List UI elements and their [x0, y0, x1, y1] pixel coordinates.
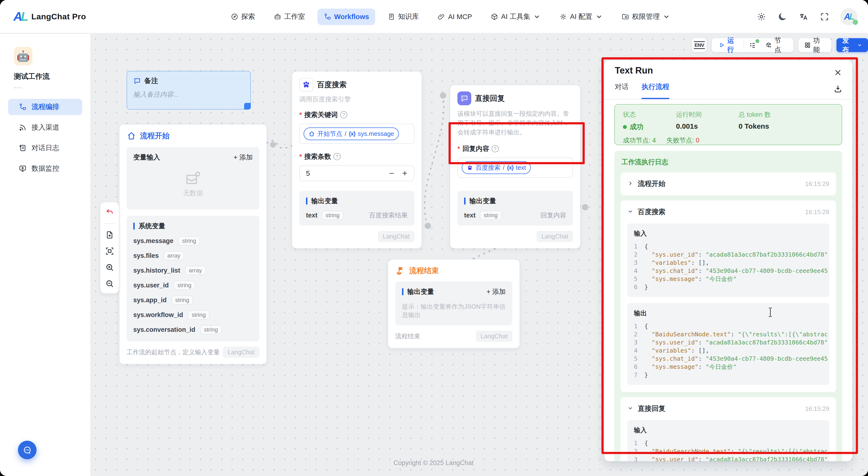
folder-icon: [621, 13, 629, 21]
fit-view-icon[interactable]: [104, 246, 115, 256]
fx-icon: {x}: [507, 164, 514, 171]
chevron-down-icon: [627, 405, 633, 412]
code-line: 6}: [634, 283, 829, 291]
section-bar: [133, 222, 135, 230]
output-section-title: 输出变量: [407, 287, 434, 296]
note-placeholder[interactable]: 输入备注内容...: [133, 90, 244, 99]
avatar-logo-icon: AL: [844, 12, 854, 22]
env-button[interactable]: ENV: [692, 38, 707, 52]
resize-handle[interactable]: [244, 103, 251, 109]
langchat-logo-icon: AL: [13, 9, 27, 24]
variable-tag[interactable]: 百度搜索 / {x} text: [462, 161, 531, 174]
log-entry-name: 流程开始: [638, 179, 665, 189]
zoom-out-icon[interactable]: [104, 279, 115, 289]
start-node[interactable]: 流程开始 变量输入 + 添加 无数据 系统变量 sys.messagestrin…: [119, 125, 267, 364]
undo-icon[interactable]: [104, 207, 115, 217]
nav-item-permissions[interactable]: 权限管理: [615, 8, 676, 26]
end-node-footer: 流程结束: [395, 332, 420, 341]
end-node-title: 流程结束: [409, 266, 439, 276]
zoom-in-icon[interactable]: [104, 262, 115, 273]
nav-item-explore[interactable]: 探索: [224, 8, 261, 26]
chevron-right-icon: [627, 180, 633, 187]
sidebar-item-data-monitor[interactable]: 数据监控: [8, 160, 82, 177]
nav-item-knowledge[interactable]: 知识库: [381, 8, 425, 26]
log-entry-name: 直接回复: [638, 404, 665, 413]
log-title: 工作流执行日志: [621, 158, 836, 167]
log-entry-header[interactable]: 百度搜索16:15:29: [621, 201, 836, 222]
code-line: 5 "sys.message": "今日金价": [634, 275, 829, 283]
status-success: 成功: [623, 122, 676, 132]
dark-mode-moon-icon[interactable]: [777, 11, 788, 22]
var-input-section-title: 变量输入: [133, 153, 160, 162]
tab-execution[interactable]: 执行流程: [642, 82, 669, 99]
left-sidebar: 🤖 测试工作流 --- 流程编排 接入渠道 对话日志 数据监控: [0, 34, 90, 476]
code-line: 1{: [634, 439, 829, 447]
checklist-button[interactable]: [744, 38, 761, 52]
run-group: 运行 节点: [712, 38, 793, 52]
settings-gear-icon[interactable]: [756, 11, 767, 22]
end-node-hint: 提示：输出变量将作为JSON字符串信息输出: [402, 303, 506, 319]
decrement-button[interactable]: −: [389, 168, 394, 178]
scroll-icon: [19, 144, 27, 152]
chevron-down-icon: [627, 209, 633, 216]
nav-item-ai-tools[interactable]: AI 工具集: [485, 8, 547, 26]
direct-reply-node[interactable]: 直接回复 该模块可以直接回复一段指定的内容。常用于引导、提示。非字符串内容传入时…: [450, 85, 580, 248]
log-entry-header[interactable]: 流程开始16:15:29: [621, 173, 836, 194]
start-node-footer: 工作流的起始节点，定义输入变量: [127, 348, 220, 356]
section-bar: [306, 197, 307, 204]
sys-vars-section-title: 系统变量: [138, 222, 165, 231]
add-variable-button[interactable]: + 添加: [234, 153, 253, 162]
reply-content-input[interactable]: 百度搜索 / {x} text: [457, 158, 573, 178]
help-icon[interactable]: ?: [334, 153, 341, 160]
end-node[interactable]: 流程结束 输出变量 + 添加 提示：输出变量将作为JSON字符串信息输出 流程结…: [388, 259, 520, 348]
nav-item-ai-config[interactable]: AI 配置: [553, 8, 609, 26]
log-entry-header[interactable]: 直接回复16:15:29: [621, 398, 836, 419]
sys-var-row: sys.history_listarray: [133, 266, 253, 275]
count-stepper[interactable]: 5 − +: [299, 165, 414, 181]
features-button[interactable]: 功能: [799, 38, 831, 52]
required-mark: *: [299, 153, 302, 160]
download-icon[interactable]: [833, 84, 843, 94]
keyword-input[interactable]: 开始节点 / {x} sys.message: [299, 124, 414, 144]
chevron-down-icon: [662, 13, 670, 21]
copyright-text: Copyright © 2025 LangChat: [393, 459, 473, 467]
code-line: 7}: [634, 371, 829, 379]
brand[interactable]: AL LangChat Pro: [13, 9, 86, 24]
code-block-label: 输入: [634, 229, 829, 238]
nav-item-workflows[interactable]: Workflows: [317, 9, 375, 25]
chat-bubble-icon: [23, 445, 32, 454]
publish-button[interactable]: 发布: [836, 38, 868, 52]
close-icon[interactable]: [833, 67, 843, 78]
workflow-icon: [324, 13, 331, 21]
flag-icon: [395, 266, 405, 276]
nav-item-studio[interactable]: 工作室: [268, 8, 311, 26]
tab-dialog[interactable]: 对话: [615, 82, 629, 99]
baidu-search-node[interactable]: du 百度搜索 调用百度搜索引擎 * 搜索关键词 ? 开始节点 / {x} sy…: [292, 72, 422, 248]
log-entry-time: 16:15:29: [805, 209, 829, 216]
sidebar-item-channels[interactable]: 接入渠道: [8, 119, 82, 135]
run-button[interactable]: 运行: [714, 38, 744, 52]
panel-title: Text Run: [615, 65, 653, 76]
success-node-count: 成功节点: 4: [623, 136, 656, 145]
nav-item-ai-mcp[interactable]: AI MCP: [431, 9, 478, 25]
user-avatar[interactable]: AL: [840, 8, 858, 25]
increment-button[interactable]: +: [402, 168, 407, 178]
sidebar-item-chat-logs[interactable]: 对话日志: [8, 140, 82, 156]
help-icon[interactable]: ?: [492, 145, 499, 152]
language-translate-icon[interactable]: [798, 11, 809, 22]
nodes-button[interactable]: 节点: [761, 38, 790, 52]
output-section-title: 输出变量: [311, 196, 338, 205]
help-icon[interactable]: ?: [340, 111, 347, 118]
add-note-icon[interactable]: [104, 230, 115, 240]
sys-var-row: sys.messagestring: [133, 236, 253, 245]
code-line: 1{: [634, 243, 829, 251]
support-chat-button[interactable]: [18, 441, 36, 459]
gear-icon: [559, 13, 567, 21]
brand-title: LangChat Pro: [31, 12, 86, 21]
fullscreen-icon[interactable]: [819, 11, 830, 22]
variable-tag[interactable]: 开始节点 / {x} sys.message: [304, 127, 399, 140]
add-output-button[interactable]: + 添加: [487, 287, 506, 296]
sidebar-item-orchestration[interactable]: 流程编排: [8, 99, 82, 115]
note-node[interactable]: 备注 输入备注内容...: [127, 71, 251, 109]
note-title: 备注: [144, 76, 158, 86]
